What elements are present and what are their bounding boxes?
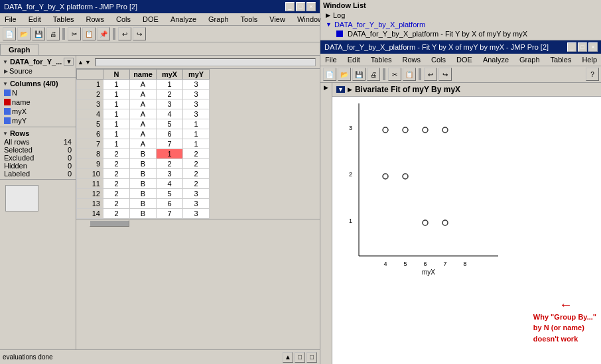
biv-minimize[interactable]: _ xyxy=(567,42,576,52)
cell-myX: 5 xyxy=(157,189,183,199)
biv-close[interactable]: × xyxy=(588,42,598,52)
biv-tb-8[interactable]: ↪ xyxy=(438,68,452,81)
cell-name: B xyxy=(130,159,157,169)
biv-tb-7[interactable]: ↩ xyxy=(424,68,437,81)
biv-menu-tables[interactable]: Tables xyxy=(369,55,394,64)
source-item[interactable]: ▶ Source xyxy=(1,66,74,76)
col-myx[interactable]: myX xyxy=(1,107,74,116)
horizontal-scrollbar[interactable] xyxy=(76,219,320,227)
status-btn2[interactable]: □ xyxy=(295,352,305,363)
biv-tb-4[interactable]: 🖨 xyxy=(367,68,380,81)
menu-edit[interactable]: Edit xyxy=(27,15,43,24)
toolbar-paste[interactable]: 📌 xyxy=(97,27,110,40)
biv-menu-edit[interactable]: Edit xyxy=(346,55,362,64)
data-table: N name myX myY 11A1321A2331A3341A4351A51… xyxy=(76,69,210,219)
cell-myX: 2 xyxy=(157,90,183,99)
col-n[interactable]: N xyxy=(1,88,74,97)
biv-maximize[interactable]: □ xyxy=(578,42,587,52)
toolbar-new[interactable]: 📄 xyxy=(3,27,16,40)
table-row: 51A51 xyxy=(77,119,210,129)
status-btn3[interactable]: □ xyxy=(306,352,317,363)
cell-myY: 1 xyxy=(183,129,210,139)
col-myy-icon xyxy=(4,117,11,124)
biv-menu-cols[interactable]: Cols xyxy=(429,55,448,64)
cell-N: 1 xyxy=(103,109,130,119)
col-myy[interactable]: myY xyxy=(1,116,74,125)
toolbar-undo[interactable]: ↩ xyxy=(118,27,131,40)
cell-rownum: 1 xyxy=(77,80,103,90)
biv-tb-1[interactable]: 📄 xyxy=(323,68,336,81)
cell-myX: 3 xyxy=(157,99,183,109)
biv-menu-graph[interactable]: Graph xyxy=(517,55,542,64)
col-header-N[interactable]: N xyxy=(103,70,130,80)
menu-graph-left[interactable]: Graph xyxy=(206,15,231,24)
col-header-myX[interactable]: myX xyxy=(157,70,183,80)
biv-menu-file[interactable]: File xyxy=(323,55,339,64)
cell-rownum: 4 xyxy=(77,109,103,119)
scroll-triangle[interactable]: ▶ xyxy=(320,84,332,91)
wl-bivariate[interactable]: DATA_for_Y_by_X_platform - Fit Y by X of… xyxy=(323,29,599,38)
menu-tools[interactable]: Tools xyxy=(239,15,260,24)
panel-scroll-btn[interactable]: ▼ xyxy=(64,58,74,66)
col-name-label: name xyxy=(12,98,31,106)
scroll-down-icon[interactable]: ▼ xyxy=(85,59,91,66)
col-myx-icon xyxy=(4,108,11,115)
cell-name: B xyxy=(130,149,157,159)
source-triangle-icon: ▶ xyxy=(4,68,8,74)
table-row: 82B12 xyxy=(77,149,210,159)
menu-rows[interactable]: Rows xyxy=(84,15,107,24)
biv-menu-analyze[interactable]: Analyze xyxy=(481,55,511,64)
cell-myX: 6 xyxy=(157,129,183,139)
left-tab-graph[interactable]: Graph xyxy=(0,44,38,55)
toolbar-save[interactable]: 💾 xyxy=(32,27,45,40)
biv-menu-bar: File Edit Tables Rows Cols DOE Analyze G… xyxy=(320,54,601,66)
biv-title-bar: DATA_for_Y_by_X_platform - Fit Y by X of… xyxy=(320,40,601,54)
wl-data[interactable]: ▼ DATA_for_Y_by_X_platform xyxy=(323,20,599,29)
biv-menu-rows[interactable]: Rows xyxy=(401,55,423,64)
columns-triangle-icon: ▼ xyxy=(3,81,8,87)
scrollbar-thumb[interactable] xyxy=(90,220,129,227)
cell-N: 1 xyxy=(103,99,130,109)
toolbar-open[interactable]: 📂 xyxy=(17,27,31,40)
col-header-myY[interactable]: myY xyxy=(183,70,210,80)
biv-menu-tables2[interactable]: Tables xyxy=(549,55,574,64)
biv-tb-9[interactable]: ? xyxy=(586,68,599,81)
cell-myY: 3 xyxy=(183,209,210,219)
biv-tb-6[interactable]: 📋 xyxy=(403,68,416,81)
col-header-name[interactable]: name xyxy=(130,70,157,80)
scroll-up-icon[interactable]: ▲ xyxy=(78,59,84,66)
table-row: 31A33 xyxy=(77,99,210,109)
menu-doe[interactable]: DOE xyxy=(141,15,161,24)
menu-cols[interactable]: Cols xyxy=(114,15,133,24)
cell-myX: 7 xyxy=(157,209,183,219)
table-row: 92B22 xyxy=(77,159,210,169)
data-table-container[interactable]: ▲ ▼ N name myX myY 11 xyxy=(76,56,320,349)
wl-log[interactable]: ▶ Log xyxy=(323,11,599,20)
toolbar-print[interactable]: 🖨 xyxy=(46,27,60,40)
biv-menu-help[interactable]: Help xyxy=(580,55,599,64)
menu-view[interactable]: View xyxy=(267,15,287,24)
close-button[interactable]: × xyxy=(306,2,316,11)
biv-tb-3[interactable]: 💾 xyxy=(352,68,366,81)
toolbar-copy[interactable]: 📋 xyxy=(82,27,96,40)
menu-file[interactable]: File xyxy=(3,15,19,24)
menu-analyze[interactable]: Analyze xyxy=(168,15,198,24)
maximize-button[interactable]: □ xyxy=(296,2,305,11)
minimize-button[interactable]: _ xyxy=(285,2,295,11)
wl-data-label: DATA_for_Y_by_X_platform xyxy=(334,21,425,29)
biv-menu-doe[interactable]: DOE xyxy=(454,55,474,64)
toolbar-redo[interactable]: ↪ xyxy=(133,27,146,40)
status-btn1[interactable]: ▲ xyxy=(283,352,293,363)
svg-text:4: 4 xyxy=(383,261,387,267)
cell-name: B xyxy=(130,199,157,209)
cell-rownum: 12 xyxy=(77,189,103,199)
biv-toolbar: 📄 📂 💾 🖨 ✂ 📋 ↩ ↪ ? xyxy=(320,66,601,83)
toolbar-cut[interactable]: ✂ xyxy=(68,27,81,40)
svg-point-11 xyxy=(383,127,388,133)
table-row: 61A61 xyxy=(77,129,210,139)
col-name[interactable]: name xyxy=(1,97,74,107)
menu-tables[interactable]: Tables xyxy=(51,15,76,24)
biv-tb-2[interactable]: 📂 xyxy=(338,68,351,81)
biv-tb-5[interactable]: ✂ xyxy=(388,68,401,81)
cell-name: A xyxy=(130,99,157,109)
